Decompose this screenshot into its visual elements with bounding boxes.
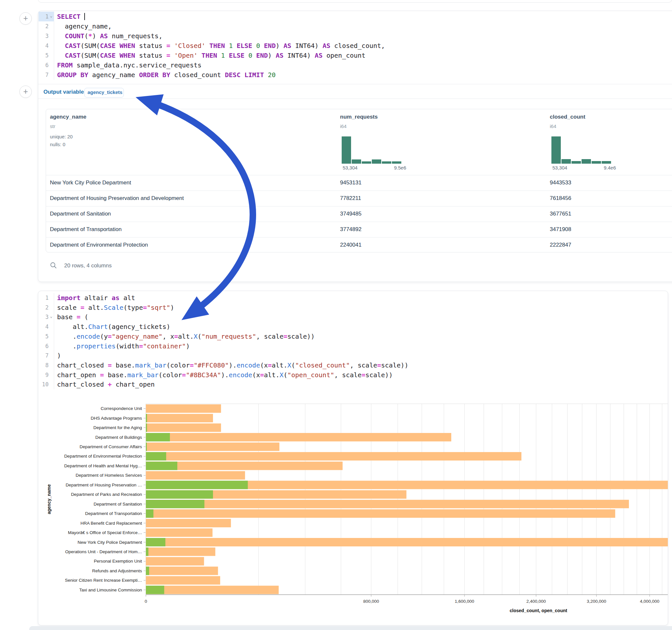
python-chart-cell: 1import altair as alt2scale = alt.Scale(… <box>38 291 668 626</box>
chart-bar-closed <box>146 443 280 451</box>
divider <box>38 98 672 99</box>
code-line[interactable]: 1⌄SELECT <box>38 12 672 21</box>
chart-bar-open <box>146 452 166 461</box>
chart-bar-open <box>146 414 147 422</box>
histogram-bar <box>551 137 561 164</box>
y-axis-label: Department for the Aging <box>93 425 142 430</box>
cell-agency-name[interactable]: Department of Transportation <box>50 222 122 237</box>
search-icon[interactable] <box>50 262 57 269</box>
column-meta: unique: 20 <box>50 134 73 139</box>
histogram-bar <box>572 161 581 164</box>
line-number: 2 <box>38 21 49 31</box>
code-text: CAST(SUM(CASE WHEN status = 'Closed' THE… <box>57 41 385 51</box>
chart-bar-open <box>146 481 248 489</box>
cell-num-requests[interactable]: 2240041 <box>340 237 361 253</box>
add-cell-button[interactable]: + <box>20 12 32 25</box>
chart-bar-closed <box>146 414 213 422</box>
cell-num-requests[interactable]: 3774892 <box>340 222 361 237</box>
cell-closed-count[interactable]: 7618456 <box>550 191 571 206</box>
cell-closed-count[interactable]: 3471908 <box>550 222 571 237</box>
column-type: i64 <box>340 123 346 129</box>
column-type: i64 <box>550 123 556 129</box>
chart-bar-closed <box>146 566 218 575</box>
chart-bar-open <box>146 500 205 508</box>
x-axis-tick-label: 2,400,000 <box>526 599 546 604</box>
chart-bar-closed <box>146 405 221 413</box>
y-axis-label: Department of Homeless Services <box>75 473 142 478</box>
code-line[interactable]: 7GROUP BY agency_name ORDER BY closed_co… <box>38 70 672 80</box>
line-number: 3 <box>38 31 49 41</box>
column-histogram <box>551 137 611 164</box>
plus-icon: + <box>23 87 28 96</box>
y-axis-label: Department of Environmental Protection <box>64 454 142 459</box>
column-type: str <box>50 123 55 129</box>
code-line[interactable]: 4 CAST(SUM(CASE WHEN status = 'Closed' T… <box>38 41 672 51</box>
y-axis-label: DHS Advantage Programs <box>91 416 142 421</box>
add-cell-button[interactable]: + <box>20 86 32 98</box>
code-text: GROUP BY agency_name ORDER BY closed_cou… <box>57 70 275 80</box>
column-header[interactable]: num_requests <box>340 114 378 120</box>
chart-bar-open <box>146 586 164 594</box>
histogram-max-label: 9.5e6 <box>380 165 406 170</box>
x-axis-tick-label: 4,000,000 <box>640 599 659 604</box>
code-line[interactable]: 6FROM sample_data.nyc.service_requests <box>38 60 672 70</box>
chart-bar-closed <box>146 576 220 585</box>
cell-closed-count[interactable]: 9443533 <box>550 175 571 191</box>
chart-bar-open <box>146 509 153 518</box>
cell-agency-name[interactable]: Department of Sanitation <box>50 206 111 222</box>
cell-agency-name[interactable]: New York City Police Department <box>50 175 131 191</box>
y-axis-label: New York City Police Department <box>77 540 142 545</box>
line-number: 1 <box>38 12 49 21</box>
text-cursor <box>84 13 85 20</box>
output-variable-pill[interactable]: agency_tickets <box>84 88 124 98</box>
chart-bar-open <box>146 433 170 441</box>
previous-cell-edge <box>38 0 672 3</box>
code-text: agency_name, <box>57 21 112 31</box>
cell-num-requests[interactable]: 7782211 <box>340 191 361 206</box>
histogram-bar <box>382 162 391 164</box>
plus-icon: + <box>23 14 28 23</box>
chart-bar-closed <box>146 529 213 537</box>
line-number: 7 <box>38 70 49 80</box>
code-line[interactable]: 3 COUNT(*) AS num_requests, <box>38 31 672 41</box>
y-axis-label: Department of Housing Preservation … <box>66 483 142 487</box>
y-axis-label: Senior Citizen Rent Increase Exempti… <box>65 578 142 583</box>
y-axis-title: agency_name <box>46 484 51 514</box>
histogram-min-label: 53,304 <box>343 165 358 170</box>
chart-bar-closed <box>146 557 204 565</box>
chart-bar-closed <box>146 471 245 480</box>
next-cell-edge <box>29 626 672 630</box>
cell-num-requests[interactable]: 9453131 <box>340 175 361 191</box>
cell-agency-name[interactable]: Department of Environmental Protection <box>50 237 148 253</box>
histogram-bar <box>561 159 571 164</box>
y-axis-label: Department of Sanitation <box>94 502 142 507</box>
histogram-bar <box>581 159 591 164</box>
column-header[interactable]: closed_count <box>550 114 585 120</box>
cell-agency-name[interactable]: Department of Housing Preservation and D… <box>50 191 184 206</box>
cell-closed-count[interactable]: 2222847 <box>550 237 571 253</box>
chart-bar-open <box>146 490 213 499</box>
chart-bar-open <box>146 538 165 547</box>
chart-bar-open <box>146 443 147 451</box>
chart-bar-closed <box>146 586 279 594</box>
chart-bar-closed <box>146 547 215 556</box>
column-meta: nulls: 0 <box>50 142 66 147</box>
gutter-divider <box>54 12 54 80</box>
cell-num-requests[interactable]: 3749485 <box>340 206 361 222</box>
code-text: COUNT(*) AS num_requests, <box>57 31 162 41</box>
code-line[interactable]: 2 agency_name, <box>38 21 672 31</box>
cell-closed-count[interactable]: 3677651 <box>550 206 571 222</box>
y-axis-label: Department of Health and Mental Hyg… <box>64 463 142 468</box>
chart-bar-closed <box>146 538 668 547</box>
fold-chevron-icon[interactable]: ⌄ <box>50 11 52 21</box>
chart-bar-closed <box>146 500 629 508</box>
column-header[interactable]: agency_name <box>50 114 86 120</box>
histogram-bar <box>372 160 381 164</box>
line-number: 5 <box>38 51 49 60</box>
code-text: SELECT <box>57 12 85 21</box>
x-axis-tick-label: 1,600,000 <box>455 599 474 604</box>
x-axis-tick-label: 3,200,000 <box>587 599 606 604</box>
histogram-bar <box>362 162 371 164</box>
code-line[interactable]: 5 CAST(SUM(CASE WHEN status = 'Open' THE… <box>38 51 672 60</box>
chart-bar-closed <box>146 452 521 461</box>
